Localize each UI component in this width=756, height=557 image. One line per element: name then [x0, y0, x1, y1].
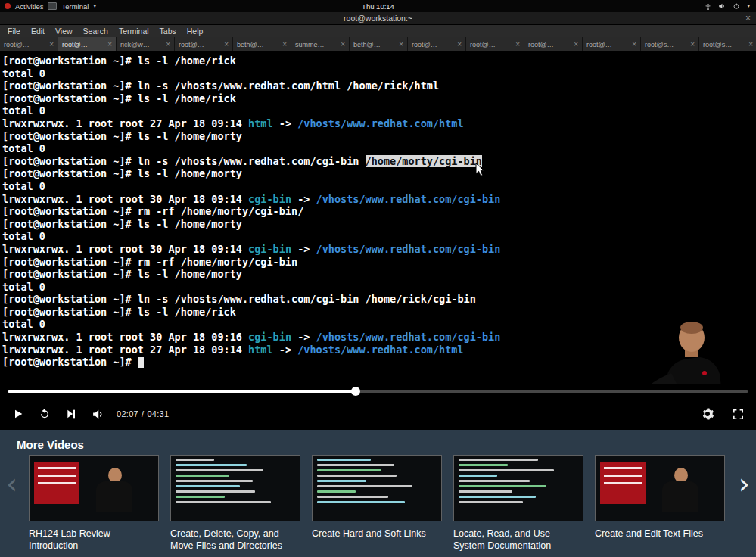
video-card-row: RH124 Lab Review IntroductionCreate, Del…: [29, 455, 725, 552]
menu-item-file[interactable]: File: [2, 26, 26, 36]
thumbnail-text-line: [317, 464, 394, 466]
thumbnail-text-line: [176, 480, 253, 482]
tab-close-icon[interactable]: ×: [49, 40, 54, 48]
tab-bar: root@…×root@…×rick@w…×root@…×beth@…×summ…: [0, 37, 756, 51]
video-card[interactable]: Locate, Read, and Use System Documentati…: [453, 455, 583, 552]
terminal-tab[interactable]: root@…×: [58, 37, 117, 51]
terminal-text: html: [248, 344, 273, 356]
slide-text-bar: [38, 467, 76, 469]
replay-button[interactable]: [37, 406, 52, 422]
power-status-icon[interactable]: [733, 2, 740, 10]
tab-close-icon[interactable]: ×: [224, 40, 229, 48]
accessibility-icon[interactable]: [705, 3, 711, 10]
video-card[interactable]: Create and Edit Text Files: [595, 455, 725, 552]
menu-item-search[interactable]: Search: [78, 26, 114, 36]
terminal-text: /vhosts/www.redhat.com/html: [297, 344, 463, 356]
terminal-tab[interactable]: root@…×: [524, 37, 583, 51]
thumbnail-text-line: [459, 485, 546, 487]
menu-item-terminal[interactable]: Terminal: [114, 26, 154, 36]
tab-label: beth@…: [237, 41, 264, 48]
terminal-tab[interactable]: beth@…×: [350, 37, 408, 51]
red-slide-graphic: [600, 462, 646, 504]
carousel-left-icon[interactable]: ‹: [6, 469, 17, 498]
volume-button[interactable]: [90, 406, 105, 422]
terminal-text: lrwxrwxrwx. 1 root root 30 Apr 18 09:14: [2, 193, 248, 205]
terminal-tab[interactable]: root@s…×: [699, 37, 756, 51]
app-menu-button[interactable]: Terminal: [61, 2, 89, 11]
tab-close-icon[interactable]: ×: [574, 40, 578, 48]
tab-close-icon[interactable]: ×: [341, 40, 345, 48]
tab-close-icon[interactable]: ×: [515, 40, 520, 48]
video-card[interactable]: Create, Delete, Copy, and Move Files and…: [170, 455, 300, 552]
progress-bar[interactable]: [8, 390, 748, 393]
system-menu-caret-icon[interactable]: ▾: [747, 3, 750, 9]
carousel-right-icon[interactable]: ›: [739, 469, 750, 498]
tab-close-icon[interactable]: ×: [166, 40, 170, 48]
menu-item-view[interactable]: View: [50, 26, 78, 36]
play-button[interactable]: [11, 406, 26, 422]
terminal-tab[interactable]: root@…×: [583, 37, 641, 51]
menu-item-help[interactable]: Help: [182, 26, 209, 36]
next-button[interactable]: [64, 406, 79, 422]
video-card[interactable]: RH124 Lab Review Introduction: [29, 455, 159, 552]
video-thumbnail: [453, 455, 583, 521]
gnome-top-bar: Activities Terminal ▾ Thu 10:14 ▾: [0, 0, 756, 12]
distro-icon: [5, 3, 11, 9]
terminal-tab[interactable]: root@…×: [0, 37, 58, 51]
tab-close-icon[interactable]: ×: [282, 40, 287, 48]
menu-item-edit[interactable]: Edit: [26, 26, 50, 36]
more-videos-heading: More Videos: [0, 430, 756, 451]
terminal-text: /vhosts/www.redhat.com/cgi-bin: [316, 193, 501, 205]
presenter-head: [674, 468, 688, 483]
window-title-bar: root@workstation:~ ×: [0, 12, 756, 25]
volume-status-icon[interactable]: [718, 2, 726, 10]
terminal-line: total 0: [2, 142, 756, 155]
terminal-tab[interactable]: root@…×: [466, 37, 524, 51]
slide-text-bar: [604, 475, 642, 477]
video-thumbnail: [312, 455, 442, 521]
terminal-tab[interactable]: root@…×: [175, 37, 233, 51]
terminal-output[interactable]: [root@workstation ~]# ls -l /home/rickto…: [0, 51, 756, 384]
terminal-tab[interactable]: beth@…×: [233, 37, 291, 51]
terminal-text: [root@workstation ~]# ln -s /vhosts/www.…: [2, 155, 366, 167]
settings-gear-icon[interactable]: [700, 406, 715, 422]
tab-close-icon[interactable]: ×: [399, 40, 403, 48]
tab-close-icon[interactable]: ×: [632, 40, 636, 48]
terminal-line: total 0: [2, 180, 756, 193]
presenter-body: [662, 481, 698, 512]
activities-button[interactable]: Activities: [15, 2, 43, 11]
progress-handle[interactable]: [351, 387, 360, 396]
window-title: root@workstation:~: [344, 14, 412, 23]
terminal-tab[interactable]: rick@w…×: [117, 37, 175, 51]
tab-close-icon[interactable]: ×: [107, 40, 112, 48]
tab-label: summe…: [295, 41, 325, 48]
tab-close-icon[interactable]: ×: [748, 40, 753, 48]
terminal-tab[interactable]: root@…×: [408, 37, 466, 51]
terminal-text: total 0: [2, 230, 45, 242]
terminal-line: [root@workstation ~]# ls -l /home/morty: [2, 268, 756, 281]
terminal-line: [root@workstation ~]# ln -s /vhosts/www.…: [2, 293, 756, 306]
video-card-title: Create and Edit Text Files: [595, 527, 725, 540]
terminal-line: lrwxrwxrwx. 1 root root 30 Apr 18 09:14 …: [2, 243, 756, 256]
terminal-text: html: [248, 117, 273, 129]
thumbnail-text-line: [317, 459, 371, 461]
tab-close-icon[interactable]: ×: [457, 40, 462, 48]
terminal-text: cgi-bin: [248, 193, 291, 205]
fullscreen-icon[interactable]: [730, 406, 745, 422]
terminal-line: [root@workstation ~]# ls -l /home/rick: [2, 92, 756, 105]
terminal-text: [root@workstation ~]#: [2, 356, 138, 368]
terminal-text: /vhosts/www.redhat.com/cgi-bin: [316, 243, 501, 255]
terminal-tab[interactable]: summe…×: [291, 37, 350, 51]
thumbnail-text-line: [317, 490, 356, 493]
video-card[interactable]: Create Hard and Soft Links: [312, 455, 442, 552]
terminal-text: ->: [273, 344, 298, 356]
terminal-line: [root@workstation ~]# ls -l /home/rick: [2, 54, 756, 67]
video-thumbnail: [595, 455, 725, 521]
window-close-icon[interactable]: ×: [745, 13, 751, 23]
menu-item-tabs[interactable]: Tabs: [154, 26, 182, 36]
terminal-tab[interactable]: root@s…×: [641, 37, 699, 51]
thumbnail-text-line: [317, 475, 397, 477]
tab-close-icon[interactable]: ×: [690, 40, 695, 48]
tab-label: root@…: [470, 41, 496, 48]
clock[interactable]: Thu 10:14: [0, 2, 756, 11]
